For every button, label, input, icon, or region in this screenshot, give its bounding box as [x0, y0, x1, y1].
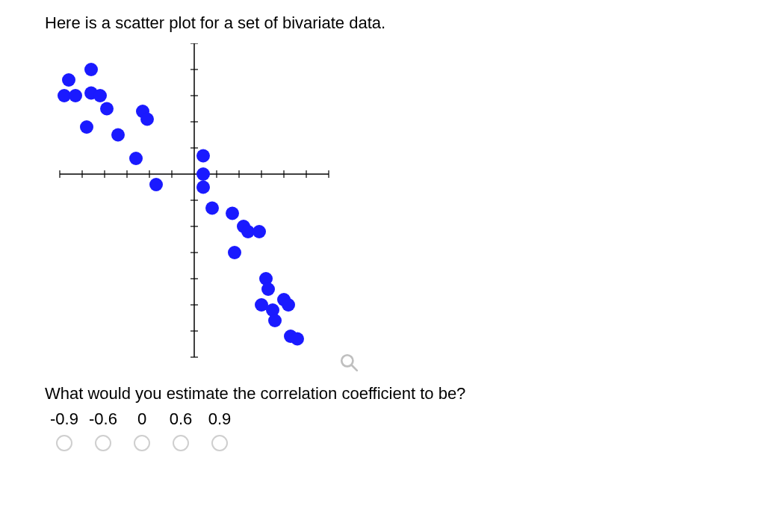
data-point	[291, 332, 304, 346]
option-label: 0.6	[170, 408, 193, 430]
data-point	[84, 63, 98, 76]
data-point	[111, 129, 125, 142]
intro-text: Here is a scatter plot for a set of biva…	[45, 13, 717, 33]
data-point	[253, 225, 266, 238]
data-point	[282, 298, 295, 312]
data-point	[228, 246, 241, 259]
data-point	[93, 89, 107, 102]
data-point	[80, 120, 93, 134]
data-point	[196, 167, 210, 181]
scatter-chart	[45, 43, 344, 372]
data-point	[149, 178, 163, 191]
data-point	[226, 207, 239, 220]
option-label: 0.9	[208, 408, 232, 430]
data-point	[196, 149, 210, 163]
data-point	[268, 314, 282, 327]
radio-button[interactable]	[134, 435, 150, 451]
data-point	[62, 73, 75, 87]
svg-line-27	[352, 365, 357, 371]
options-row: -0.9-0.600.60.9	[45, 408, 717, 451]
option-3: 0.6	[161, 408, 200, 451]
radio-button[interactable]	[211, 435, 228, 451]
data-point	[205, 202, 219, 215]
data-point	[261, 282, 275, 296]
option-2: 0	[123, 408, 161, 451]
option-label: 0	[137, 408, 146, 430]
data-point	[69, 89, 82, 102]
question-text: What would you estimate the correlation …	[45, 384, 717, 403]
data-point	[196, 181, 210, 194]
radio-button[interactable]	[95, 435, 111, 451]
data-point	[100, 102, 114, 116]
scatter-svg	[45, 43, 344, 372]
option-4: 0.9	[200, 408, 239, 451]
option-0: -0.9	[45, 408, 84, 451]
data-point	[129, 152, 143, 165]
option-1: -0.6	[84, 408, 123, 451]
radio-button[interactable]	[173, 435, 189, 451]
magnifier-icon[interactable]	[339, 353, 359, 372]
radio-button[interactable]	[56, 435, 72, 451]
option-label: -0.9	[50, 408, 78, 430]
data-point	[140, 113, 154, 126]
option-label: -0.6	[89, 408, 117, 430]
